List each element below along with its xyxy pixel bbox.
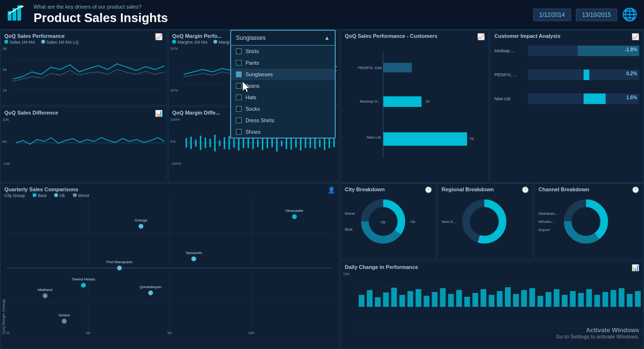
qoq-sales-customers-icon[interactable]: 📈 <box>477 33 485 40</box>
checkbox-socks[interactable] <box>236 106 242 112</box>
svg-rect-126 <box>594 295 600 307</box>
channel-icon[interactable]: 🕐 <box>632 186 639 193</box>
dropdown-item-socks[interactable]: Socks <box>231 103 335 115</box>
customers-chart: PEDiFIX, C... -2K Medsep G... 1K New Ltd… <box>345 43 484 167</box>
header-text: What are the key drivers of our product … <box>34 4 168 25</box>
svg-text:Queanbeyan: Queanbeyan <box>140 285 162 289</box>
panel-city-breakdown: City Breakdown 🕐 Worst Best Ok Ok <box>340 183 436 260</box>
svg-rect-105 <box>423 296 429 307</box>
checkbox-jeans[interactable] <box>236 83 242 89</box>
svg-rect-127 <box>602 292 608 307</box>
qoq-sales-diff-icon[interactable]: 📊 <box>155 110 163 117</box>
quarterly-icon[interactable]: 👤 <box>328 186 335 194</box>
svg-rect-116 <box>513 294 519 307</box>
panel-qoq-sales-perf: QoQ Sales Performance 📈 Sales 1M MA Sale… <box>0 30 167 105</box>
svg-rect-115 <box>505 287 511 307</box>
header-subtitle: What are the key drivers of our product … <box>34 4 168 10</box>
svg-text:5K: 5K <box>167 331 172 335</box>
logo <box>7 4 28 25</box>
svg-point-70 <box>139 224 143 229</box>
dropdown-item-pants[interactable]: Pants <box>231 57 335 69</box>
checkbox-sunglasses[interactable] <box>236 71 242 77</box>
daily-change-title: Daily Change in Performance <box>341 261 643 271</box>
svg-rect-32 <box>233 139 234 148</box>
dropdown-items: Shirts Pants Sunglasses Jeans Hats Socks <box>231 46 335 138</box>
checkbox-shoes[interactable] <box>236 129 242 135</box>
dropdown-item-jeans[interactable]: Jeans <box>231 80 335 92</box>
svg-rect-27 <box>210 139 211 147</box>
svg-text:Newcastle: Newcastle <box>286 209 304 213</box>
svg-rect-102 <box>399 295 405 307</box>
date-end-box[interactable]: 13/10/2015 <box>576 9 617 21</box>
panel-customer-impact: Customer Impact Analysis 📈 Medsep ... -1… <box>490 30 644 183</box>
svg-rect-112 <box>480 289 486 307</box>
svg-text:Port Macquarie: Port Macquarie <box>106 260 133 264</box>
svg-rect-100 <box>383 292 389 307</box>
panel-regional-breakdown: Regional Breakdown 🕐 New S... <box>437 183 533 260</box>
city-group-label: City Group <box>4 193 25 198</box>
globe-icon[interactable]: 🌐 <box>622 7 637 22</box>
checkbox-pants[interactable] <box>236 60 242 66</box>
checkbox-shirts[interactable] <box>236 48 242 54</box>
dropdown-header[interactable]: Sunglasses ▲ <box>231 31 335 46</box>
svg-rect-122 <box>562 295 568 307</box>
dropdown-item-sunglasses[interactable]: Sunglasses <box>231 69 335 80</box>
date-start-box[interactable]: 1/12/2014 <box>533 9 571 21</box>
svg-point-74 <box>191 256 196 261</box>
customer-impact-icon[interactable]: 📈 <box>632 33 639 40</box>
svg-rect-128 <box>610 290 616 307</box>
svg-point-82 <box>62 319 67 324</box>
svg-text:New Ltd: New Ltd <box>367 135 381 140</box>
svg-rect-22 <box>186 138 187 148</box>
checkbox-dress-shirts[interactable] <box>236 117 242 123</box>
svg-text:Maitland: Maitland <box>38 288 52 292</box>
svg-rect-131 <box>635 291 641 307</box>
panel-daily-change: Daily Change in Performance 📊 10K <box>340 261 644 349</box>
daily-change-icon[interactable]: 📊 <box>632 264 639 271</box>
svg-rect-118 <box>529 288 535 307</box>
city-icon[interactable]: 🕐 <box>425 186 432 193</box>
svg-rect-110 <box>464 297 470 307</box>
regional-breakdown-title: Regional Breakdown <box>438 184 533 193</box>
checkbox-hats[interactable] <box>236 94 242 100</box>
svg-rect-120 <box>546 292 551 307</box>
qoq-sales-diff-title: QoQ Sales Difference <box>0 107 166 116</box>
svg-rect-47 <box>304 138 306 148</box>
dropdown-item-shirts[interactable]: Shirts <box>231 46 335 57</box>
svg-rect-11 <box>383 63 412 72</box>
svg-point-78 <box>148 291 153 295</box>
svg-rect-45 <box>295 139 297 148</box>
svg-point-80 <box>43 293 47 298</box>
dropdown-item-dress-shirts[interactable]: Dress Shirts <box>231 115 335 126</box>
dropdown-item-hats[interactable]: Hats <box>231 92 335 103</box>
svg-rect-40 <box>271 139 273 147</box>
svg-rect-31 <box>228 136 230 150</box>
dropdown-item-shoes[interactable]: Shoes <box>231 126 335 138</box>
svg-rect-111 <box>472 293 478 307</box>
header: What are the key drivers of our product … <box>0 0 644 30</box>
qoq-diff-chart <box>16 116 164 169</box>
product-dropdown[interactable]: Sunglasses ▲ Shirts Pants Sunglasses Jea… <box>230 30 336 139</box>
svg-text:Orange: Orange <box>135 218 148 222</box>
svg-rect-130 <box>627 294 632 307</box>
svg-rect-42 <box>281 140 282 146</box>
svg-marker-4 <box>21 5 24 8</box>
svg-point-68 <box>292 214 297 219</box>
svg-rect-124 <box>578 293 584 307</box>
svg-rect-29 <box>219 140 220 146</box>
svg-rect-114 <box>497 291 503 307</box>
qoq-sales-perf-icon[interactable]: 📈 <box>155 33 163 40</box>
svg-rect-25 <box>200 136 201 150</box>
svg-point-72 <box>117 266 122 270</box>
svg-rect-103 <box>408 291 413 307</box>
regional-icon[interactable]: 🕐 <box>522 186 529 193</box>
channel-donut <box>560 195 612 248</box>
svg-text:Medsep G...: Medsep G... <box>360 99 381 104</box>
panel-channel-breakdown: Channel Breakdown 🕐 Distributo... Wholes… <box>534 183 644 260</box>
svg-rect-97 <box>359 295 364 307</box>
svg-rect-106 <box>432 292 437 307</box>
svg-text:Nowra: Nowra <box>59 313 70 317</box>
panel-quarterly-sales: Quarterly Sales Comparisons 👤 City Group… <box>0 183 340 349</box>
svg-rect-26 <box>205 138 206 148</box>
svg-rect-119 <box>538 296 543 307</box>
